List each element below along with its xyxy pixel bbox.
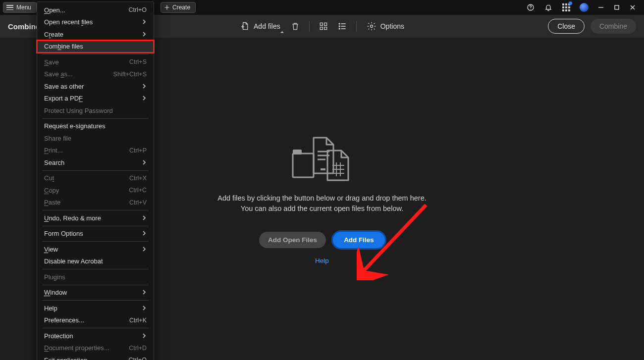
separator <box>309 21 310 32</box>
add-files-button[interactable]: Add Files <box>333 232 385 248</box>
svg-rect-3 <box>615 5 619 9</box>
window-minimize-button[interactable] <box>597 4 604 11</box>
menu-item-label: Help <box>44 305 57 312</box>
menu-item-cut: CutCtrl+X <box>37 172 154 185</box>
menu-item-preferences[interactable]: Preferences...Ctrl+K <box>37 314 154 327</box>
menu-item-save-as-other[interactable]: Save as other <box>37 80 154 93</box>
toolbar-add-files-button[interactable]: Add files <box>239 19 281 33</box>
menu-item-label: Print... <box>44 147 63 154</box>
menu-item-label: Plugins <box>44 273 65 281</box>
close-button[interactable]: Close <box>548 19 585 34</box>
chevron-right-icon <box>142 230 147 237</box>
menu-item-undo-redo-more[interactable]: Undo, Redo & more <box>37 212 154 224</box>
window-close-button[interactable] <box>629 4 636 11</box>
menu-item-label: Cut <box>44 174 54 182</box>
svg-rect-20 <box>293 154 314 177</box>
add-open-files-button[interactable]: Add Open Files <box>259 232 326 248</box>
menu-item-save-as: Save as...Shift+Ctrl+S <box>37 68 154 81</box>
chevron-right-icon <box>142 95 147 102</box>
trash-icon[interactable] <box>290 21 300 31</box>
menu-item-label: Share file <box>44 135 71 142</box>
menu-item-label: Export a PDF <box>44 95 83 102</box>
toolbar-options-label: Options <box>380 22 404 30</box>
notification-bell-icon[interactable] <box>544 3 553 12</box>
menu-separator <box>42 269 149 269</box>
create-button[interactable]: Create <box>161 2 196 13</box>
menu-item-plugins: Plugins <box>37 271 154 283</box>
svg-point-15 <box>339 28 340 29</box>
svg-rect-9 <box>324 27 326 30</box>
svg-point-16 <box>370 25 373 28</box>
menu-item-help[interactable]: Help <box>37 302 154 314</box>
combine-button[interactable]: Combine <box>590 19 636 34</box>
menu-item-disable-new-acrobat[interactable]: Disable new Acrobat <box>37 256 154 268</box>
menu-item-label: Exit application <box>44 357 87 360</box>
menu-item-label: Window <box>44 289 67 296</box>
menu-item-label: Save as other <box>44 83 84 90</box>
menu-item-shortcut: Ctrl+V <box>129 199 147 206</box>
menu-item-protection[interactable]: Protection <box>37 330 154 342</box>
menu-separator <box>42 170 149 171</box>
menu-item-label: Combine files <box>44 43 83 50</box>
menu-item-form-options[interactable]: Form Options <box>37 228 154 240</box>
menu-item-copy: CopyCtrl+C <box>37 184 154 197</box>
separator <box>356 21 357 32</box>
menu-item-open[interactable]: Open...Ctrl+O <box>37 4 154 16</box>
menu-separator <box>42 300 149 301</box>
menu-button[interactable]: Menu <box>3 2 37 13</box>
svg-rect-6 <box>320 23 322 25</box>
menu-item-label: Disable new Acrobat <box>44 257 103 265</box>
add-file-icon <box>240 21 250 31</box>
menu-item-label: Search <box>44 159 64 166</box>
menu-item-shortcut: Ctrl+O <box>129 6 147 13</box>
svg-rect-7 <box>324 23 326 25</box>
menu-item-shortcut: Ctrl+D <box>129 345 147 352</box>
list-view-icon[interactable] <box>337 21 347 31</box>
menu-item-combine-files[interactable]: Combine files <box>37 41 154 53</box>
svg-rect-8 <box>320 27 322 30</box>
menu-item-create[interactable]: Create <box>37 28 154 41</box>
menu-item-label: Create <box>44 31 63 38</box>
menu-item-paste: PasteCtrl+V <box>37 197 154 209</box>
menu-button-label: Menu <box>16 4 31 11</box>
window-maximize-button[interactable] <box>613 4 620 11</box>
menu-separator <box>42 328 149 328</box>
menu-item-shortcut: Ctrl+P <box>129 147 147 154</box>
menu-item-export-a-pdf[interactable]: Export a PDF <box>37 93 154 105</box>
gear-icon <box>367 21 376 31</box>
hamburger-icon <box>6 5 13 10</box>
menu-item-label: Protection <box>44 332 73 340</box>
help-link[interactable]: Help <box>315 257 329 264</box>
menu-item-shortcut: Ctrl+K <box>129 317 147 324</box>
menu-item-window[interactable]: Window <box>37 287 154 299</box>
chevron-right-icon <box>142 83 147 90</box>
menu-item-shortcut: Ctrl+X <box>129 175 147 182</box>
menu-item-open-recent-files[interactable]: Open recent files <box>37 16 154 29</box>
menu-separator <box>42 210 149 210</box>
account-avatar-icon[interactable] <box>580 3 589 12</box>
menu-item-search[interactable]: Search <box>37 156 154 169</box>
menu-item-label: Undo, Redo & more <box>44 214 101 222</box>
menu-item-document-properties: Document properties...Ctrl+D <box>37 342 154 355</box>
help-icon[interactable] <box>526 3 535 12</box>
menu-item-label: View <box>44 246 58 253</box>
chevron-right-icon <box>142 246 147 253</box>
menu-item-shortcut: Ctrl+S <box>129 58 147 65</box>
menu-item-shortcut: Ctrl+Q <box>129 357 147 360</box>
svg-point-13 <box>339 23 340 24</box>
chevron-right-icon <box>142 305 147 312</box>
menu-item-request-e-signatures[interactable]: Request e-signatures <box>37 120 154 133</box>
menu-item-view[interactable]: View <box>37 243 154 256</box>
menu-item-label: Paste <box>44 199 60 206</box>
toolbar-options-button[interactable]: Options <box>366 19 405 33</box>
menu-item-print: Print...Ctrl+P <box>37 145 154 157</box>
menu-separator <box>42 118 149 119</box>
menu-item-exit-application[interactable]: Exit applicationCtrl+Q <box>37 354 154 360</box>
main-menu-dropdown: Open...Ctrl+OOpen recent filesCreateComb… <box>37 1 154 360</box>
documents-illustration-icon <box>290 135 354 184</box>
apps-grid-icon[interactable] <box>562 3 571 12</box>
plus-icon <box>164 4 170 10</box>
grid-view-icon[interactable] <box>319 21 328 31</box>
chevron-right-icon <box>142 31 147 38</box>
menu-separator <box>42 285 149 285</box>
